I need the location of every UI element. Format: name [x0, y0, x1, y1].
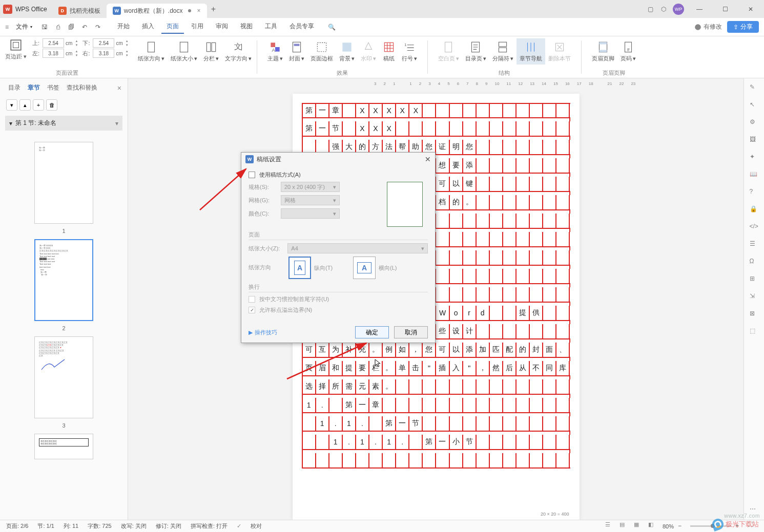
- close-tab-icon[interactable]: ×: [197, 7, 201, 14]
- fullscreen-icon[interactable]: ⛶: [748, 521, 758, 531]
- nav-tab-toc[interactable]: 目录: [6, 82, 23, 93]
- export-icon[interactable]: ⇲: [750, 292, 759, 302]
- status-rewrite[interactable]: 改写: 关闭: [121, 522, 147, 530]
- papersize-select[interactable]: A4▾: [287, 243, 428, 253]
- tab-templates[interactable]: D 找稻壳模板: [52, 4, 107, 18]
- save-icon[interactable]: 🖫: [39, 22, 50, 32]
- tab-document[interactable]: W word教程（新）.docx ×: [107, 4, 207, 18]
- omega-icon[interactable]: Ω: [750, 258, 759, 267]
- nav-add-button[interactable]: +: [33, 99, 44, 111]
- nav-del-button[interactable]: 🗑: [46, 99, 57, 111]
- blankpage-button[interactable]: 空白页 ▾: [435, 38, 462, 65]
- punct-overflow-checkbox[interactable]: [249, 307, 255, 313]
- menu-tools[interactable]: 工具: [260, 20, 282, 34]
- code-icon[interactable]: </>: [750, 223, 759, 232]
- menu-start[interactable]: 开始: [112, 20, 135, 34]
- document-scroll[interactable]: 第一章 XXXXX第一节 XXX强大的方法帮助您证明您机视频时，可以在想要添中进…: [128, 89, 744, 520]
- page-thumbnail-2[interactable]: 第一章 XXXXX第一节 XXX正文正文正文正文正文正文正文Text text …: [34, 239, 93, 321]
- margin-right-input[interactable]: 3.18: [93, 49, 114, 58]
- cjk-control-checkbox[interactable]: [249, 296, 255, 303]
- panel-icon[interactable]: ▢: [646, 5, 654, 13]
- gridpaper-button[interactable]: 稿纸: [379, 38, 399, 65]
- background-button[interactable]: 背景 ▾: [336, 38, 358, 65]
- separator-button[interactable]: 分隔符 ▾: [489, 38, 517, 65]
- minimize-button[interactable]: —: [689, 2, 710, 17]
- margins-button[interactable]: 页边距 ▾: [5, 53, 27, 60]
- star-icon[interactable]: ✦: [750, 153, 759, 162]
- margin-left-input[interactable]: 3.18: [43, 49, 64, 58]
- cube-icon[interactable]: ⬡: [659, 5, 668, 13]
- pencil-icon[interactable]: ✎: [750, 83, 759, 93]
- cancel-button[interactable]: 取消: [394, 326, 428, 338]
- watermark-button[interactable]: 水印 ▾: [358, 38, 379, 65]
- nav-down-button[interactable]: ▾: [6, 99, 17, 111]
- pageborder-button[interactable]: 页面边框: [307, 38, 336, 65]
- maximize-button[interactable]: ☐: [715, 2, 735, 17]
- zoom-in-button[interactable]: +: [735, 522, 744, 530]
- print-icon[interactable]: ⎙: [53, 22, 63, 32]
- nav-tab-chapter[interactable]: 章节: [26, 82, 42, 93]
- menu-page[interactable]: 页面: [161, 20, 184, 34]
- list-icon[interactable]: ☰: [750, 240, 759, 249]
- book-icon[interactable]: 📖: [750, 171, 759, 180]
- textdir-button[interactable]: 文文字方向 ▾: [222, 38, 255, 78]
- add-tab-button[interactable]: +: [207, 3, 220, 16]
- menu-review[interactable]: 审阅: [211, 20, 233, 34]
- papersize-button[interactable]: 纸张大小 ▾: [168, 38, 200, 78]
- tips-link[interactable]: ▶ 操作技巧: [249, 329, 277, 336]
- search-icon[interactable]: 🔍: [326, 22, 337, 32]
- image-icon[interactable]: 🖼: [750, 136, 759, 145]
- cursor-icon[interactable]: ↖: [750, 101, 759, 110]
- lock-icon[interactable]: 🔒: [750, 205, 759, 215]
- cover-button[interactable]: 封面 ▾: [286, 38, 307, 65]
- file-menu[interactable]: 文件 ▾: [12, 23, 36, 31]
- grid-select[interactable]: 网格▾: [281, 195, 340, 205]
- menu-view[interactable]: 视图: [235, 20, 258, 34]
- help-icon[interactable]: ?: [750, 188, 759, 197]
- x-icon[interactable]: ⊠: [750, 310, 759, 319]
- view-mode-4[interactable]: ◧: [648, 521, 658, 531]
- nav-up-button[interactable]: ▴: [19, 99, 31, 111]
- zoom-slider[interactable]: [690, 525, 731, 527]
- status-words[interactable]: 字数: 725: [88, 522, 111, 530]
- use-grid-checkbox[interactable]: [249, 172, 255, 178]
- share-button[interactable]: ⇪ 分享: [727, 21, 759, 33]
- nav-tab-bookmark[interactable]: 书签: [45, 82, 61, 93]
- deletesection-button[interactable]: 删除本节: [545, 38, 574, 65]
- close-window-button[interactable]: ✕: [740, 2, 761, 17]
- tocpage-button[interactable]: 目录页 ▾: [462, 38, 489, 65]
- status-column[interactable]: 列: 11: [64, 522, 78, 530]
- margin-bottom-input[interactable]: 2.54: [93, 38, 114, 48]
- status-section[interactable]: 节: 1/1: [37, 522, 54, 530]
- theme-button[interactable]: A主题 ▾: [264, 38, 286, 65]
- settings-icon[interactable]: ⚙: [750, 118, 759, 127]
- has-edit-indicator[interactable]: 有修改: [694, 23, 722, 31]
- headerfooter-button[interactable]: 页眉页脚: [589, 38, 617, 65]
- linenum-button[interactable]: 1行号 ▾: [399, 38, 420, 65]
- zoom-value[interactable]: 80%: [663, 523, 674, 529]
- nav-tab-find[interactable]: 查找和替换: [65, 82, 99, 93]
- view-mode-1[interactable]: ☰: [605, 521, 615, 531]
- status-proofread[interactable]: 校对: [251, 522, 262, 530]
- chapternav-button[interactable]: 章节导航: [517, 38, 545, 65]
- ok-button[interactable]: 确定: [355, 326, 389, 338]
- status-spellcheck[interactable]: 拼写检查: 打开: [191, 522, 228, 530]
- zoom-out-button[interactable]: −: [678, 522, 686, 530]
- dialog-close-button[interactable]: ✕: [425, 155, 431, 163]
- spec-select[interactable]: 20 x 20 (400 字)▾: [281, 182, 340, 192]
- nav-section-header[interactable]: ▾第 1 节: 未命名▾: [5, 116, 122, 131]
- color-select[interactable]: ▾: [281, 208, 340, 219]
- menu-toggle-icon[interactable]: ≡: [5, 24, 9, 31]
- view-mode-3[interactable]: ▦: [634, 521, 644, 531]
- status-page[interactable]: 页面: 2/6: [6, 522, 28, 530]
- dialog-titlebar[interactable]: W 稿纸设置 ✕: [241, 153, 435, 166]
- pdf-icon[interactable]: ⬚: [750, 327, 759, 336]
- landscape-button[interactable]: A: [353, 257, 376, 279]
- page-thumbnail-1[interactable]: 第一章第一节: [34, 142, 93, 224]
- pagenum-button[interactable]: #页码 ▾: [617, 38, 639, 65]
- menu-insert[interactable]: 插入: [137, 20, 159, 34]
- preview-icon[interactable]: 🗐: [66, 22, 76, 32]
- menu-member[interactable]: 会员专享: [284, 20, 319, 34]
- portrait-button[interactable]: A: [288, 257, 311, 279]
- redo-icon[interactable]: ↷: [93, 22, 103, 32]
